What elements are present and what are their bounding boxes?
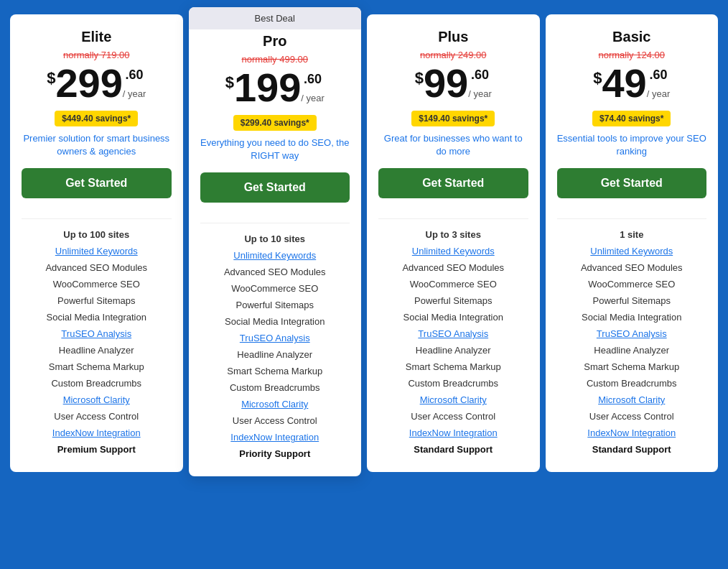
feature-basic-5[interactable]: TruSEO Analysis (557, 325, 707, 342)
feature-elite-5[interactable]: TruSEO Analysis (22, 325, 172, 342)
price-year-pro: / year (301, 93, 325, 103)
sites-item-elite: Up to 100 sites (22, 226, 172, 243)
feature-pro-2: WooCommerce SEO (200, 280, 350, 297)
pricing-container: Elitenormally 719.00 $ 299 .60 / year $4… (7, 14, 721, 476)
feature-pro-11[interactable]: IndexNow Integration (200, 429, 350, 445)
price-row-basic: $ 49 .60 / year (557, 63, 707, 103)
plan-description-basic: Essential tools to improve your SEO rank… (557, 132, 707, 158)
price-main-basic: 49 (602, 63, 646, 103)
price-year-basic: / year (647, 88, 671, 99)
price-main-plus: 99 (424, 63, 468, 103)
plan-name-pro: Pro (200, 33, 350, 50)
feature-pro-9[interactable]: Microsoft Clarity (200, 396, 350, 412)
features-list-elite: Up to 100 sitesUnlimited KeywordsAdvance… (22, 226, 172, 458)
feature-elite-6: Headline Analyzer (22, 342, 172, 358)
feature-pro-4: Social Media Integration (200, 313, 350, 330)
feature-basic-6: Headline Analyzer (557, 342, 707, 358)
feature-plus-5[interactable]: TruSEO Analysis (378, 325, 528, 342)
features-list-pro: Up to 10 sitesUnlimited KeywordsAdvanced… (200, 231, 350, 462)
feature-pro-8: Custom Breadcrumbs (200, 379, 350, 396)
feature-basic-4: Social Media Integration (557, 309, 707, 325)
feature-basic-0[interactable]: Unlimited Keywords (557, 243, 707, 259)
feature-elite-9[interactable]: Microsoft Clarity (22, 392, 172, 408)
savings-badge-basic: $74.40 savings* (592, 111, 671, 126)
plan-description-elite: Premier solution for smart business owne… (22, 132, 172, 158)
price-year-elite: / year (123, 88, 146, 99)
feature-plus-12: Standard Support (378, 441, 528, 458)
price-dollar-basic: $ (593, 69, 602, 88)
feature-elite-3: Powerful Sitemaps (22, 292, 172, 309)
get-started-btn-elite[interactable]: Get Started (22, 168, 172, 198)
feature-basic-7: Smart Schema Markup (557, 358, 707, 375)
divider-elite (22, 218, 172, 219)
feature-pro-12: Priority Support (200, 445, 350, 462)
original-price-pro: normally 499.00 (200, 54, 350, 65)
plan-description-plus: Great for businesses who want to do more (378, 132, 528, 158)
get-started-btn-plus[interactable]: Get Started (378, 168, 528, 198)
feature-elite-11[interactable]: IndexNow Integration (22, 425, 172, 441)
feature-elite-4: Social Media Integration (22, 309, 172, 325)
price-row-elite: $ 299 .60 / year (22, 63, 172, 103)
sites-item-plus: Up to 3 sites (378, 226, 528, 243)
feature-elite-2: WooCommerce SEO (22, 276, 172, 292)
feature-elite-0[interactable]: Unlimited Keywords (22, 243, 172, 259)
price-cents-year-basic: .60 / year (647, 63, 671, 103)
feature-plus-6: Headline Analyzer (378, 342, 528, 358)
feature-pro-1: Advanced SEO Modules (200, 264, 350, 280)
price-cents-elite: .60 (123, 68, 146, 83)
feature-pro-3: Powerful Sitemaps (200, 297, 350, 313)
plan-name-basic: Basic (557, 29, 707, 45)
feature-elite-10: User Access Control (22, 408, 172, 425)
feature-elite-7: Smart Schema Markup (22, 358, 172, 375)
feature-plus-1: Advanced SEO Modules (378, 259, 528, 276)
price-cents-plus: .60 (468, 68, 492, 83)
plan-card-elite: Elitenormally 719.00 $ 299 .60 / year $4… (10, 14, 183, 472)
plan-name-plus: Plus (378, 29, 528, 45)
feature-plus-8: Custom Breadcrumbs (378, 375, 528, 392)
features-list-basic: 1 siteUnlimited KeywordsAdvanced SEO Mod… (557, 226, 707, 458)
feature-plus-2: WooCommerce SEO (378, 276, 528, 292)
savings-badge-plus: $149.40 savings* (411, 111, 495, 126)
feature-pro-7: Smart Schema Markup (200, 363, 350, 379)
feature-basic-2: WooCommerce SEO (557, 276, 707, 292)
feature-pro-6: Headline Analyzer (200, 346, 350, 363)
plan-name-elite: Elite (22, 29, 172, 45)
feature-plus-11[interactable]: IndexNow Integration (378, 425, 528, 441)
feature-pro-0[interactable]: Unlimited Keywords (200, 247, 350, 264)
price-cents-year-plus: .60 / year (468, 63, 492, 103)
best-deal-badge: Best Deal (189, 7, 362, 29)
feature-basic-12: Standard Support (557, 441, 707, 458)
feature-basic-1: Advanced SEO Modules (557, 259, 707, 276)
price-dollar-elite: $ (47, 69, 55, 88)
price-cents-year-pro: .60 / year (301, 68, 325, 108)
feature-basic-9[interactable]: Microsoft Clarity (557, 392, 707, 408)
divider-plus (378, 218, 528, 219)
divider-pro (200, 223, 350, 223)
price-row-pro: $ 199 .60 / year (200, 68, 350, 108)
sites-item-basic: 1 site (557, 226, 707, 243)
price-main-pro: 199 (234, 68, 301, 108)
feature-basic-11[interactable]: IndexNow Integration (557, 425, 707, 441)
price-row-plus: $ 99 .60 / year (378, 63, 528, 103)
price-cents-pro: .60 (301, 72, 325, 87)
plan-card-basic: Basicnormally 124.00 $ 49 .60 / year $74… (546, 14, 719, 472)
plan-card-pro: Best DealPronormally 499.00 $ 199 .60 / … (189, 7, 362, 476)
feature-basic-10: User Access Control (557, 408, 707, 425)
price-dollar-pro: $ (225, 73, 234, 92)
feature-elite-8: Custom Breadcrumbs (22, 375, 172, 392)
feature-plus-4: Social Media Integration (378, 309, 528, 325)
original-price-basic: normally 124.00 (557, 50, 707, 60)
get-started-btn-pro[interactable]: Get Started (200, 172, 350, 203)
feature-pro-10: User Access Control (200, 412, 350, 429)
feature-pro-5[interactable]: TruSEO Analysis (200, 330, 350, 346)
feature-plus-0[interactable]: Unlimited Keywords (378, 243, 528, 259)
plan-description-pro: Everything you need to do SEO, the RIGHT… (200, 137, 350, 162)
savings-badge-elite: $449.40 savings* (55, 111, 138, 126)
feature-basic-3: Powerful Sitemaps (557, 292, 707, 309)
feature-basic-8: Custom Breadcrumbs (557, 375, 707, 392)
feature-plus-9[interactable]: Microsoft Clarity (378, 392, 528, 408)
savings-badge-pro: $299.40 savings* (233, 115, 317, 131)
feature-elite-12: Premium Support (22, 441, 172, 458)
get-started-btn-basic[interactable]: Get Started (557, 168, 707, 198)
price-dollar-plus: $ (415, 69, 424, 88)
